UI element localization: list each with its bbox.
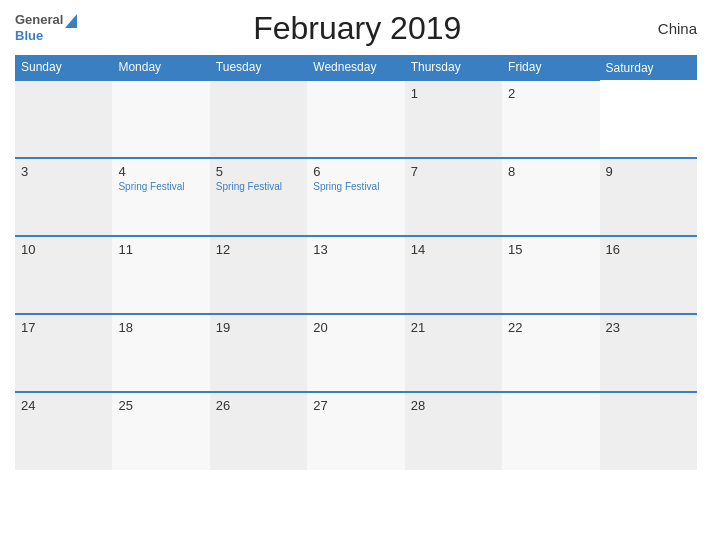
calendar-cell: 14 xyxy=(405,236,502,314)
calendar-cell: 8 xyxy=(502,158,599,236)
calendar-cell: 2 xyxy=(502,80,599,158)
calendar-cell: 25 xyxy=(112,392,209,470)
calendar-cell xyxy=(307,80,404,158)
day-number: 10 xyxy=(21,242,106,257)
calendar-cell xyxy=(600,392,697,470)
day-number: 3 xyxy=(21,164,106,179)
country-label: China xyxy=(637,20,697,37)
calendar-cell xyxy=(502,392,599,470)
day-number: 7 xyxy=(411,164,496,179)
calendar-cell: 5Spring Festival xyxy=(210,158,307,236)
day-number: 19 xyxy=(216,320,301,335)
calendar-page: General Blue February 2019 China Sunday … xyxy=(0,0,712,550)
calendar-cell: 13 xyxy=(307,236,404,314)
day-number: 15 xyxy=(508,242,593,257)
calendar-cell: 1 xyxy=(405,80,502,158)
day-number: 28 xyxy=(411,398,496,413)
calendar-cell xyxy=(15,80,112,158)
header-saturday: Saturday xyxy=(600,55,697,80)
calendar-cell: 15 xyxy=(502,236,599,314)
day-number: 2 xyxy=(508,86,593,101)
calendar-cell: 4Spring Festival xyxy=(112,158,209,236)
calendar-cell: 28 xyxy=(405,392,502,470)
day-number: 6 xyxy=(313,164,398,179)
calendar-week-5: 2425262728 xyxy=(15,392,697,470)
calendar-cell: 18 xyxy=(112,314,209,392)
day-number: 14 xyxy=(411,242,496,257)
calendar-cell: 17 xyxy=(15,314,112,392)
calendar-cell: 24 xyxy=(15,392,112,470)
logo-general-text: General xyxy=(15,13,63,26)
day-number: 26 xyxy=(216,398,301,413)
calendar-cell: 26 xyxy=(210,392,307,470)
calendar-cell: 22 xyxy=(502,314,599,392)
event-label: Spring Festival xyxy=(216,181,301,192)
calendar-cell: 27 xyxy=(307,392,404,470)
day-number: 5 xyxy=(216,164,301,179)
day-number: 16 xyxy=(606,242,691,257)
calendar-cell: 3 xyxy=(15,158,112,236)
calendar-cell xyxy=(210,80,307,158)
svg-marker-0 xyxy=(65,14,77,28)
header-wednesday: Wednesday xyxy=(307,55,404,80)
day-number: 13 xyxy=(313,242,398,257)
event-label: Spring Festival xyxy=(118,181,203,192)
calendar-cell: 9 xyxy=(600,158,697,236)
calendar-cell: 23 xyxy=(600,314,697,392)
logo: General Blue xyxy=(15,13,77,44)
day-number: 8 xyxy=(508,164,593,179)
day-number: 1 xyxy=(411,86,496,101)
logo-blue-text: Blue xyxy=(15,28,43,43)
day-number: 9 xyxy=(606,164,691,179)
calendar-cell: 21 xyxy=(405,314,502,392)
calendar-cell: 7 xyxy=(405,158,502,236)
calendar-cell: 16 xyxy=(600,236,697,314)
day-number: 4 xyxy=(118,164,203,179)
day-number: 22 xyxy=(508,320,593,335)
day-number: 18 xyxy=(118,320,203,335)
calendar-table: Sunday Monday Tuesday Wednesday Thursday… xyxy=(15,55,697,470)
weekday-header-row: Sunday Monday Tuesday Wednesday Thursday… xyxy=(15,55,697,80)
calendar-week-2: 34Spring Festival5Spring Festival6Spring… xyxy=(15,158,697,236)
calendar-week-1: 12 xyxy=(15,80,697,158)
header-sunday: Sunday xyxy=(15,55,112,80)
calendar-cell: 10 xyxy=(15,236,112,314)
calendar-cell: 6Spring Festival xyxy=(307,158,404,236)
day-number: 20 xyxy=(313,320,398,335)
header-monday: Monday xyxy=(112,55,209,80)
page-title: February 2019 xyxy=(77,10,637,47)
day-number: 12 xyxy=(216,242,301,257)
day-number: 27 xyxy=(313,398,398,413)
day-number: 11 xyxy=(118,242,203,257)
calendar-cell: 20 xyxy=(307,314,404,392)
calendar-week-3: 10111213141516 xyxy=(15,236,697,314)
day-number: 24 xyxy=(21,398,106,413)
logo-triangle-icon xyxy=(65,14,77,28)
day-number: 17 xyxy=(21,320,106,335)
header: General Blue February 2019 China xyxy=(15,10,697,47)
header-thursday: Thursday xyxy=(405,55,502,80)
calendar-week-4: 17181920212223 xyxy=(15,314,697,392)
event-label: Spring Festival xyxy=(313,181,398,192)
header-tuesday: Tuesday xyxy=(210,55,307,80)
calendar-cell: 12 xyxy=(210,236,307,314)
day-number: 21 xyxy=(411,320,496,335)
day-number: 23 xyxy=(606,320,691,335)
day-number: 25 xyxy=(118,398,203,413)
calendar-cell: 19 xyxy=(210,314,307,392)
calendar-cell: 11 xyxy=(112,236,209,314)
calendar-cell xyxy=(112,80,209,158)
header-friday: Friday xyxy=(502,55,599,80)
